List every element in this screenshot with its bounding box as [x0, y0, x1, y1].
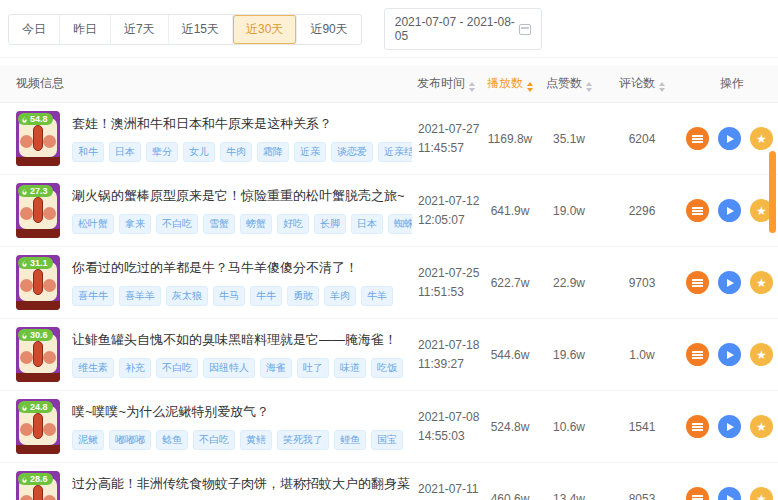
data-detail-button[interactable] [686, 415, 709, 438]
video-tag[interactable]: 维生素 [72, 358, 114, 378]
data-detail-button[interactable] [686, 271, 709, 294]
video-tag[interactable]: 鲤鱼 [334, 430, 366, 450]
video-title[interactable]: 噗~噗噗~为什么泥鳅特别爱放气？ [72, 403, 403, 421]
play-icon [727, 423, 734, 431]
sort-icon[interactable] [659, 82, 665, 92]
video-tag[interactable]: 松叶蟹 [72, 214, 114, 234]
video-tag[interactable]: 螃蟹 [240, 214, 272, 234]
filter-range-button[interactable]: 近90天 [297, 15, 360, 44]
header-publish-time[interactable]: 发布时间 [412, 75, 480, 92]
video-tag[interactable]: 长脚 [314, 214, 346, 234]
favorite-button[interactable]: ★ [750, 343, 773, 366]
favorite-button[interactable]: ★ [750, 415, 773, 438]
flame-icon [21, 403, 28, 412]
video-tag[interactable]: 霜降 [257, 142, 289, 162]
data-detail-button[interactable] [686, 487, 709, 500]
video-thumbnail[interactable]: 27.3 [16, 183, 60, 238]
mascot-cheek [43, 351, 56, 364]
video-tag[interactable]: 喜羊羊 [119, 286, 161, 306]
sort-icon[interactable] [469, 82, 475, 92]
sort-icon[interactable] [586, 82, 592, 92]
video-tag[interactable]: 灰太狼 [166, 286, 208, 306]
video-tag[interactable]: 近亲 [294, 142, 326, 162]
favorite-button[interactable]: ★ [750, 487, 773, 500]
play-video-button[interactable] [718, 271, 741, 294]
video-tag[interactable]: 牛羊 [361, 286, 393, 306]
video-tag[interactable]: 雪蟹 [203, 214, 235, 234]
video-tag[interactable]: 味道 [334, 358, 366, 378]
video-tag[interactable]: 勇敢 [287, 286, 319, 306]
video-tag[interactable]: 日本 [351, 214, 383, 234]
video-tag[interactable]: 日本 [109, 142, 141, 162]
header-likes[interactable]: 点赞数 [540, 75, 598, 92]
video-tag[interactable]: 泥鳅 [72, 430, 104, 450]
video-title[interactable]: 过分高能！非洲传统食物蚊子肉饼，堪称招蚊大户的翻身菜！ [72, 475, 412, 493]
video-thumbnail[interactable]: 30.6 [16, 327, 60, 382]
data-detail-button[interactable] [686, 127, 709, 150]
header-comments[interactable]: 评论数 [598, 75, 686, 92]
video-thumbnail[interactable]: 28.6 [16, 471, 60, 500]
video-tag[interactable]: 补充 [119, 358, 151, 378]
mascot-cheek [20, 351, 33, 364]
publish-time-cell: 2021-07-11 11:34:09 [412, 480, 480, 500]
favorite-button[interactable]: ★ [750, 127, 773, 150]
video-tag[interactable]: 吐了 [297, 358, 329, 378]
play-video-button[interactable] [718, 343, 741, 366]
play-video-button[interactable] [718, 199, 741, 222]
video-tag[interactable]: 牛牛 [250, 286, 282, 306]
video-title[interactable]: 你看过的吃过的羊都是牛？马牛羊傻傻分不清了！ [72, 259, 393, 277]
video-tag[interactable]: 近亲结婚 [378, 142, 412, 162]
data-detail-button[interactable] [686, 199, 709, 222]
video-tag[interactable]: 海雀 [260, 358, 292, 378]
publish-time-cell: 2021-07-25 11:51:53 [412, 264, 480, 301]
video-tag[interactable]: 羊肉 [324, 286, 356, 306]
video-thumbnail[interactable]: 24.8 [16, 399, 60, 454]
video-tag[interactable]: 吃饭 [371, 358, 403, 378]
video-tag[interactable]: 因纽特人 [203, 358, 255, 378]
video-tag[interactable]: 辈分 [146, 142, 178, 162]
filter-range-button[interactable]: 近15天 [169, 15, 233, 44]
video-tag[interactable]: 拿来 [119, 214, 151, 234]
video-title[interactable]: 套娃！澳洲和牛和日本和牛原来是这种关系？ [72, 115, 412, 133]
hot-score-badge: 54.8 [18, 113, 53, 125]
video-tag[interactable]: 喜牛牛 [72, 286, 114, 306]
mascot-body [33, 413, 43, 439]
date-range-picker[interactable]: 2021-07-07 - 2021-08-05 [384, 8, 542, 50]
video-tag[interactable]: 谈恋爱 [331, 142, 373, 162]
actions-cell: ★ [686, 127, 778, 150]
video-title[interactable]: 涮火锅的蟹棒原型原来是它！惊险重重的松叶蟹脱壳之旅~ [72, 187, 412, 205]
play-video-button[interactable] [718, 127, 741, 150]
favorite-button[interactable]: ★ [750, 271, 773, 294]
video-tag[interactable]: 笑死我了 [277, 430, 329, 450]
mascot-body [33, 485, 43, 500]
video-tag[interactable]: 嘟嘟嘟 [109, 430, 151, 450]
play-video-button[interactable] [718, 415, 741, 438]
video-tag[interactable]: 不白吃 [156, 214, 198, 234]
video-thumbnail[interactable]: 54.8 [16, 111, 60, 166]
video-tag[interactable]: 女儿 [183, 142, 215, 162]
video-tag[interactable]: 和牛 [72, 142, 104, 162]
video-tag[interactable]: 牛马 [213, 286, 245, 306]
filter-range-button[interactable]: 近30天 [233, 15, 297, 44]
video-tag[interactable]: 蜘蛛蟹 [388, 214, 412, 234]
vertical-scrollbar-thumb[interactable] [769, 151, 776, 233]
header-actions: 操作 [686, 75, 778, 92]
video-thumbnail[interactable]: 31.1 [16, 255, 60, 310]
video-tag[interactable]: 黄鳝 [240, 430, 272, 450]
filter-range-button[interactable]: 昨日 [60, 15, 111, 44]
data-detail-button[interactable] [686, 343, 709, 366]
video-tag[interactable]: 不白吃 [156, 358, 198, 378]
video-tag[interactable]: 好吃 [277, 214, 309, 234]
video-tag[interactable]: 牛肉 [220, 142, 252, 162]
play-video-button[interactable] [718, 487, 741, 500]
video-title[interactable]: 让鲱鱼罐头自愧不如的臭味黑暗料理就是它——腌海雀！ [72, 331, 403, 349]
header-plays[interactable]: 播放数 [480, 75, 540, 92]
video-tag[interactable]: 国宝 [371, 430, 403, 450]
video-tag[interactable]: 不白吃 [193, 430, 235, 450]
video-text-block: 你看过的吃过的羊都是牛？马牛羊傻傻分不清了！ 喜牛牛喜羊羊灰太狼牛马牛牛勇敢羊肉… [72, 259, 393, 306]
video-tag[interactable]: 鲶鱼 [156, 430, 188, 450]
filter-range-button[interactable]: 近7天 [111, 15, 169, 44]
comments-count: 2296 [598, 204, 686, 218]
filter-range-button[interactable]: 今日 [9, 15, 60, 44]
sort-icon[interactable] [527, 82, 533, 92]
